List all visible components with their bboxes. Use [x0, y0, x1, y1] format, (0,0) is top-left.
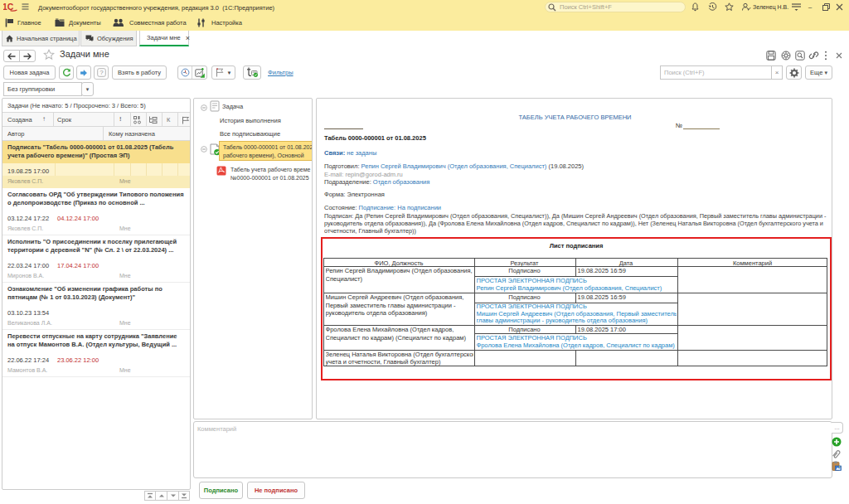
- svg-text:?: ?: [99, 69, 104, 76]
- svg-text:1С: 1С: [3, 2, 14, 12]
